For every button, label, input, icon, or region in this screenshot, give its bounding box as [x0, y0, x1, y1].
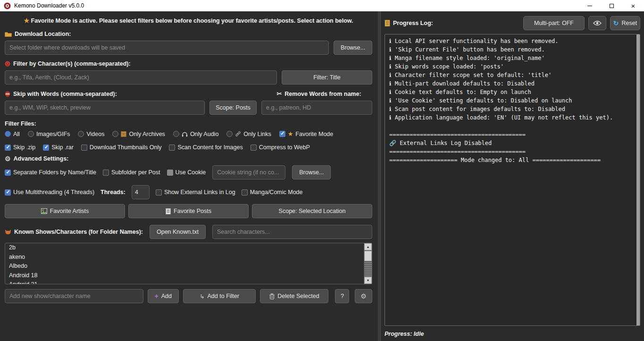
scroll-up-button[interactable]: ▲ [364, 243, 372, 250]
minimize-icon [587, 6, 592, 6]
checkbox-icon [242, 189, 248, 196]
download-thumbnails-checkbox[interactable]: Download Thumbnails Only [81, 144, 162, 151]
radio-only-archives[interactable]: Only Archives [112, 131, 165, 137]
log-line: ==================== Mode changed to: Al… [389, 156, 636, 164]
eye-icon [593, 20, 602, 26]
delete-selected-button[interactable]: Delete Selected [260, 289, 328, 303]
add-character-button[interactable]: + Add [148, 289, 179, 303]
scroll-down-button[interactable]: ▼ [364, 277, 372, 284]
help-button[interactable]: ? [335, 289, 349, 303]
checkbox-icon [5, 189, 11, 196]
favorite-artists-button[interactable]: Favorite Artists [5, 204, 125, 218]
download-location-label: Download Location: [5, 31, 372, 37]
manga-mode-checkbox[interactable]: Manga/Comic Mode [242, 189, 303, 196]
scan-content-checkbox[interactable]: Scan Content for Images [169, 144, 243, 151]
archive-icon [121, 131, 126, 137]
add-character-input[interactable] [5, 289, 143, 303]
list-scrollbar[interactable]: ▲ ▼ [364, 243, 372, 284]
radio-only-links[interactable]: Only Links [226, 131, 271, 137]
radio-only-audio[interactable]: Only Audio [173, 131, 218, 137]
titlebar: Kemono Downloader v5.0.0 × [0, 0, 644, 11]
favorite-mode-checkbox[interactable]: ★ Favorite Mode [279, 130, 334, 137]
radio-videos[interactable]: Videos [78, 131, 104, 137]
folder-icon [5, 31, 12, 37]
search-characters-input[interactable] [212, 225, 372, 239]
show-external-links-checkbox[interactable]: Show External Links in Log [156, 189, 235, 196]
skip-words-input[interactable] [5, 101, 205, 115]
close-icon: × [631, 2, 636, 9]
checkbox-icon [81, 145, 87, 151]
add-to-filter-button[interactable]: ↳ Add to Filter [183, 289, 256, 303]
multithreading-checkbox[interactable]: Use Multithreading (4 Threads) [5, 189, 94, 196]
remove-words-input[interactable] [261, 101, 372, 115]
log-line: ℹ Cookie text defaults to: Empty on laun… [389, 88, 636, 96]
scrollbar-thumb[interactable] [364, 251, 372, 261]
radio-icon [5, 131, 11, 137]
multipart-toggle-button[interactable]: Multi-part: OFF [523, 16, 585, 30]
log-line: ℹ Scan post content for images defaults … [389, 105, 636, 113]
no-entry-icon [5, 91, 10, 97]
minimize-button[interactable] [579, 0, 601, 11]
log-line: 🔗 External Links Log Disabled [389, 139, 636, 147]
threads-label: Threads: [100, 189, 125, 196]
maximize-icon [610, 4, 614, 8]
skip-zip-checkbox[interactable]: Skip .zip [5, 144, 35, 151]
fox-icon [5, 229, 11, 235]
panel-splitter[interactable] [377, 11, 381, 341]
checkbox-icon [43, 145, 49, 151]
log-line: ======================================== [389, 130, 636, 139]
use-cookie-checkbox[interactable]: Use Cookie [167, 169, 206, 176]
advanced-settings-label: ⚙ Advanced Settings: [5, 155, 372, 162]
radio-all[interactable]: All [5, 131, 20, 137]
reset-icon: ↻ [613, 19, 619, 27]
maximize-button[interactable] [601, 0, 622, 11]
open-known-txt-button[interactable]: Open Known.txt [150, 225, 206, 239]
radio-images-gifs[interactable]: Images/GIFs [28, 131, 70, 137]
scroll-down-icon: ▼ [367, 279, 370, 282]
subfolder-per-post-checkbox[interactable]: Subfolder per Post [103, 169, 160, 176]
character-list-item[interactable]: Albedo [5, 262, 372, 271]
cookie-string-input[interactable] [212, 165, 285, 179]
favorite-mode-banner-text: Favorite Mode is active. Please select f… [31, 17, 353, 24]
remove-words-label: ✂ Remove Words from name: [276, 90, 361, 97]
character-list-item[interactable]: Android 21 [5, 280, 372, 284]
close-button[interactable]: × [622, 0, 644, 11]
character-list-item[interactable]: 2b [5, 243, 372, 253]
checkbox-icon [251, 145, 257, 151]
character-list-item[interactable]: akeno [5, 253, 372, 262]
skip-rar-checkbox[interactable]: Skip .rar [43, 144, 74, 151]
log-line: ℹ Local API server functionality has bee… [389, 37, 636, 45]
log-line: ℹ Application language loaded: 'EN' (UI … [389, 113, 636, 122]
checkbox-icon [169, 145, 175, 151]
progress-panel: Progress Log: Multi-part: OFF ↻ Reset ℹ … [381, 11, 644, 341]
character-list[interactable]: ▲ ▼ 2b akeno Albedo Android 18 Android 2… [5, 243, 372, 284]
compress-webp-checkbox[interactable]: Compress to WebP [251, 144, 310, 151]
plus-icon: + [154, 292, 158, 300]
log-line: ======================================== [389, 147, 636, 156]
image-icon [41, 208, 47, 214]
browse-download-button[interactable]: Browse... [334, 41, 372, 55]
radio-icon [173, 131, 179, 137]
favorite-posts-button[interactable]: Favorite Posts [128, 204, 249, 218]
radio-icon [226, 131, 233, 137]
download-location-input[interactable] [5, 41, 329, 55]
log-scrollbar[interactable] [636, 34, 640, 325]
eye-toggle-button[interactable] [588, 16, 606, 30]
threads-input[interactable] [132, 185, 150, 199]
character-list-item[interactable]: Android 18 [5, 271, 372, 281]
checkbox-icon [156, 189, 162, 196]
link-icon [235, 131, 241, 137]
scope-selected-location-button[interactable]: Scope: Selected Location [252, 204, 372, 218]
star-icon: ★ [24, 17, 29, 24]
checkbox-icon [103, 170, 109, 176]
known-shows-label: Known Shows/Characters (for Folder Names… [5, 229, 143, 235]
window-title: Kemono Downloader v5.0.0 [14, 2, 84, 9]
settings-button[interactable]: ⚙ [355, 289, 372, 303]
reset-button[interactable]: ↻ Reset [610, 16, 640, 30]
scissors-icon: ✂ [276, 90, 282, 97]
character-filter-scope-button[interactable]: Filter: Title [282, 70, 372, 85]
skip-words-scope-button[interactable]: Scope: Posts [209, 101, 257, 115]
character-filter-input[interactable] [5, 70, 277, 85]
separate-folders-checkbox[interactable]: Separate Folders by Name/Title [5, 169, 96, 176]
browse-cookie-button[interactable]: Browse... [292, 165, 331, 179]
